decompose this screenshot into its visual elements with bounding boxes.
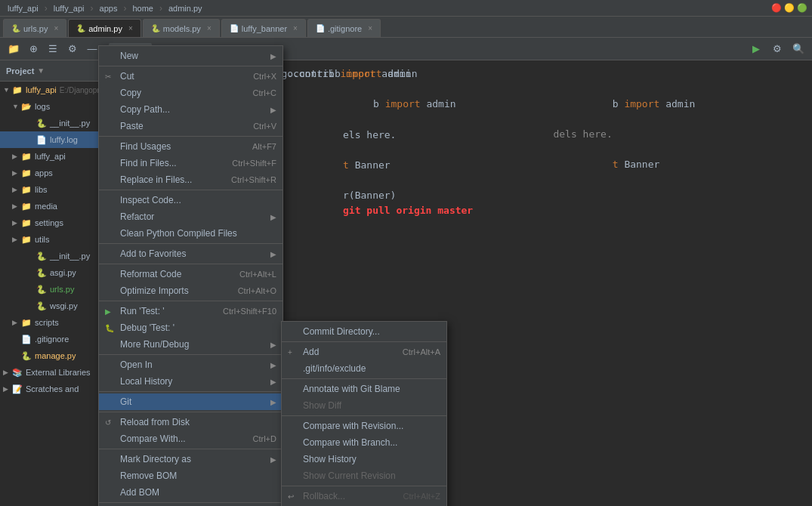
file-icon-banner: 📄 xyxy=(230,24,239,32)
asgi-icon: 🐍 xyxy=(36,268,47,278)
menu-refactor[interactable]: Refactor ▶ xyxy=(99,208,283,225)
settings-btn[interactable]: ⚙ xyxy=(768,40,786,58)
libs-label: libs xyxy=(35,185,48,194)
toolbar-btn-3[interactable]: ⚙ xyxy=(63,40,82,58)
separator-6 xyxy=(99,301,283,301)
rollback-icon: ↩ xyxy=(288,492,300,501)
folder-libs-icon: 📁 xyxy=(21,185,32,195)
context-menu: New ▶ ✂ Cut Ctrl+X Copy Ctrl+C Copy Path… xyxy=(98,45,283,506)
git-compare-revision[interactable]: Compare with Revision... xyxy=(282,418,446,434)
add-icon: + xyxy=(288,348,300,356)
luffy-api-folder-label: luffy_api xyxy=(35,152,66,161)
menu-clean-compiled[interactable]: Clean Python Compiled Files xyxy=(99,225,283,242)
git-compare-branch[interactable]: Compare with Branch... xyxy=(282,434,446,451)
menu-reformat[interactable]: Reformat Code Ctrl+Alt+L xyxy=(99,266,283,282)
breadcrumb-luffy-api2[interactable]: luffy_api xyxy=(51,4,88,13)
git-info-exclude[interactable]: .git/info/exclude xyxy=(282,360,446,377)
menu-cut[interactable]: ✂ Cut Ctrl+X xyxy=(99,68,283,85)
asgi-label: asgi.py xyxy=(50,268,76,277)
menu-replace-files[interactable]: Replace in Files... Ctrl+Shift+R xyxy=(99,171,283,188)
tab-bar: 🐍 urls.py × 🐍 admin.py × 🐍 models.py × 📄… xyxy=(0,17,812,38)
git-commit-dir[interactable]: Commit Directory... xyxy=(282,323,446,340)
separator-1 xyxy=(99,66,283,66)
folder-utils-icon: 📁 xyxy=(21,235,32,245)
init-logs-label: __init__.py xyxy=(50,119,90,128)
tab-urls-py[interactable]: 🐍 urls.py × xyxy=(3,19,66,37)
menu-find-files[interactable]: Find in Files... Ctrl+Shift+F xyxy=(99,155,283,171)
menu-more-run[interactable]: More Run/Debug ▶ xyxy=(99,336,283,353)
run-icon: ▶ xyxy=(105,307,117,316)
overlay-line5: els here. xyxy=(343,128,473,143)
menu-compare-with[interactable]: Compare With... Ctrl+D xyxy=(99,430,283,447)
menu-run-test[interactable]: ▶ Run 'Test: ' Ctrl+Shift+F10 xyxy=(99,303,283,319)
init-py-icon: 🐍 xyxy=(36,251,47,261)
close-tab-urls[interactable]: × xyxy=(54,24,58,32)
tab-admin-py[interactable]: 🐍 admin.py × xyxy=(68,19,140,37)
menu-inspect[interactable]: Inspect Code... xyxy=(99,192,283,208)
tab-models-py[interactable]: 🐍 models.py × xyxy=(143,19,220,37)
debug-icon: 🐛 xyxy=(105,324,117,332)
external-libs-icon: 📚 xyxy=(12,368,23,378)
sidebar-title: Project xyxy=(6,66,34,76)
menu-copy[interactable]: Copy Ctrl+C xyxy=(99,85,283,101)
menu-new[interactable]: New ▶ xyxy=(99,48,283,64)
close-tab-gitignore[interactable]: × xyxy=(368,24,372,32)
git-sep-4 xyxy=(282,486,446,486)
git-add[interactable]: + Add Ctrl+Alt+A xyxy=(282,344,446,360)
toolbar-btn-1[interactable]: ⊕ xyxy=(24,40,42,58)
close-tab-admin[interactable]: × xyxy=(128,24,133,32)
breadcrumb-admin[interactable]: admin.py xyxy=(165,4,205,13)
urls-icon: 🐍 xyxy=(36,285,47,295)
tab-luffy-banner[interactable]: 📄 luffy_banner × xyxy=(221,19,306,37)
folder-media-icon: 📁 xyxy=(21,202,32,211)
separator-8 xyxy=(99,391,283,392)
menu-open-in[interactable]: Open In ▶ xyxy=(99,356,283,373)
file-icon-git: 📄 xyxy=(316,24,325,32)
git-show-current-revision[interactable]: Show Current Revision xyxy=(282,467,446,484)
git-rollback[interactable]: ↩ Rollback... Ctrl+Alt+Z xyxy=(282,488,446,504)
toolbar-btn-2[interactable]: ☰ xyxy=(44,40,62,58)
menu-copy-path[interactable]: Copy Path... ▶ xyxy=(99,101,283,118)
apps-label: apps xyxy=(35,168,53,177)
menu-git[interactable]: Git ▶ xyxy=(99,393,283,410)
project-dropdown[interactable]: 📁 xyxy=(5,40,23,58)
menu-mark-directory[interactable]: Mark Directory as ▶ xyxy=(99,451,283,467)
gitignore-label: .gitignore xyxy=(35,335,69,344)
close-tab-banner[interactable]: × xyxy=(293,24,298,32)
menu-debug-test[interactable]: 🐛 Debug 'Test: ' xyxy=(99,319,283,336)
menu-add-bom[interactable]: Add BOM xyxy=(99,484,283,501)
folder-apps-icon: 📁 xyxy=(21,168,32,178)
log-file-icon: 📄 xyxy=(36,135,47,145)
wsgi-label: wsgi.py xyxy=(50,301,78,310)
breadcrumb-home[interactable]: home xyxy=(129,4,156,13)
separator-10 xyxy=(99,449,283,449)
git-sep-2 xyxy=(282,378,446,379)
menu-optimize-imports[interactable]: Optimize Imports Ctrl+Alt+O xyxy=(99,282,283,299)
menu-remove-bom[interactable]: Remove BOM xyxy=(99,467,283,484)
git-annotate[interactable]: Annotate with Git Blame xyxy=(282,381,446,397)
git-sep-3 xyxy=(282,415,446,416)
menu-find-usages[interactable]: Find Usages Alt+F7 xyxy=(99,138,283,155)
menu-local-history[interactable]: Local History ▶ xyxy=(99,373,283,390)
close-tab-models[interactable]: × xyxy=(207,24,211,32)
run-btn[interactable]: ▶ xyxy=(747,40,765,58)
git-show-diff[interactable]: Show Diff xyxy=(282,397,446,414)
breadcrumb-apps[interactable]: apps xyxy=(97,4,121,13)
breadcrumb-luffy-api[interactable]: luffy_api xyxy=(5,4,42,13)
tab-gitignore[interactable]: 📄 .gitignore × xyxy=(307,19,381,37)
utils-label: utils xyxy=(35,235,50,244)
menu-add-favorites[interactable]: Add to Favorites ▶ xyxy=(99,245,283,262)
menu-paste[interactable]: Paste Ctrl+V xyxy=(99,118,283,134)
scratches-icon: 📝 xyxy=(12,384,23,394)
search-btn[interactable]: 🔍 xyxy=(789,40,807,58)
menu-reload-disk[interactable]: ↺ Reload from Disk xyxy=(99,414,283,430)
gitignore-icon: 📄 xyxy=(21,335,32,344)
git-submenu: Commit Directory... + Add Ctrl+Alt+A .gi… xyxy=(281,321,447,506)
separator-4 xyxy=(99,243,283,244)
git-sep-1 xyxy=(282,341,446,342)
wsgi-icon: 🐍 xyxy=(36,301,47,311)
separator-5 xyxy=(99,264,283,264)
settings-label: settings xyxy=(35,218,63,227)
separator-2 xyxy=(99,136,283,137)
git-show-history[interactable]: Show History xyxy=(282,451,446,467)
